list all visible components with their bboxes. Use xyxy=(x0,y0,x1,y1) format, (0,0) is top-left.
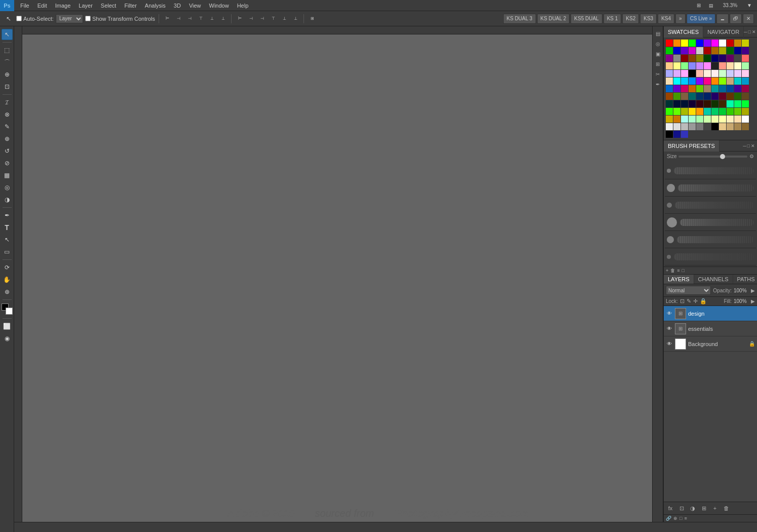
brush-presets-minimize[interactable]: ─ xyxy=(743,143,746,148)
color-swatch[interactable] xyxy=(681,108,688,115)
color-swatch[interactable] xyxy=(742,62,749,69)
path-selection-tool[interactable]: ↖ xyxy=(2,234,13,245)
color-swatch[interactable] xyxy=(689,70,696,77)
color-swatch[interactable] xyxy=(704,62,711,69)
color-swatch[interactable] xyxy=(704,108,711,115)
opacity-arrow-btn[interactable]: ▶ xyxy=(751,288,755,293)
screen-mode-btn[interactable]: ▤ xyxy=(705,0,716,11)
eraser-tool[interactable]: ⊘ xyxy=(2,158,13,169)
quick-select-tool[interactable]: ⊕ xyxy=(2,69,13,80)
align-middle-v-btn[interactable]: ⊥ xyxy=(207,14,216,23)
crop-tool[interactable]: ⊡ xyxy=(2,81,13,92)
auto-align-layers-btn[interactable]: ⊞ xyxy=(308,14,317,23)
brush-presets-tab[interactable]: BRUSH PRESETS xyxy=(664,140,720,151)
menu-edit[interactable]: Edit xyxy=(33,0,51,11)
color-swatch[interactable] xyxy=(704,116,711,123)
brush-presets-maximize[interactable]: □ xyxy=(747,143,750,148)
color-swatch[interactable] xyxy=(673,62,680,69)
color-swatch[interactable] xyxy=(696,108,703,115)
color-swatch[interactable] xyxy=(666,78,673,85)
layer-visibility-icon[interactable]: 👁 xyxy=(666,325,673,332)
close-btn[interactable]: ✕ xyxy=(743,14,754,24)
color-swatch[interactable] xyxy=(704,40,711,47)
color-swatch[interactable] xyxy=(704,100,711,107)
color-swatch[interactable] xyxy=(673,108,680,115)
color-swatch[interactable] xyxy=(689,108,696,115)
color-swatch[interactable] xyxy=(681,55,688,62)
color-swatch[interactable] xyxy=(711,47,718,54)
background-color[interactable] xyxy=(6,308,13,315)
distribute-left-btn[interactable]: ⊢ xyxy=(235,14,244,23)
brush-preset-item[interactable] xyxy=(665,162,756,179)
color-swatch[interactable] xyxy=(719,70,726,77)
screen-mode-toggle[interactable]: ⬜ xyxy=(2,321,13,332)
color-swatch[interactable] xyxy=(734,108,741,115)
workspace-ks1-tab[interactable]: KS 1 xyxy=(603,14,622,24)
align-bottom-btn[interactable]: ⊥ xyxy=(218,14,228,23)
color-swatch[interactable] xyxy=(711,70,718,77)
color-swatch[interactable] xyxy=(742,70,749,77)
maximize-btn[interactable]: 🗗 xyxy=(730,14,742,24)
brush-presets-arrange-btn[interactable]: ≡ xyxy=(677,268,679,273)
color-swatch[interactable] xyxy=(704,70,711,77)
layer-visibility-icon[interactable]: 👁 xyxy=(666,340,673,348)
color-swatch[interactable] xyxy=(689,116,696,123)
healing-brush-tool[interactable]: ⊗ xyxy=(2,109,13,120)
color-swatch[interactable] xyxy=(711,78,718,85)
brush-presets-delete-btn[interactable]: 🗑 xyxy=(670,268,675,273)
menu-file[interactable]: File xyxy=(16,0,33,11)
menu-3d[interactable]: 3D xyxy=(170,0,185,11)
auto-select-checkbox[interactable] xyxy=(16,16,22,21)
lock-position-btn[interactable]: ✛ xyxy=(693,298,698,305)
menu-filter[interactable]: Filter xyxy=(120,0,140,11)
brush-preset-item[interactable] xyxy=(665,214,756,231)
distribute-right-btn[interactable]: ⊣ xyxy=(257,14,267,23)
zoom-tool[interactable]: ⊕ xyxy=(2,286,13,297)
color-swatch[interactable] xyxy=(727,100,734,107)
color-swatch[interactable] xyxy=(673,55,680,62)
channels-tab[interactable]: CHANNELS xyxy=(694,275,733,284)
color-swatch[interactable] xyxy=(696,55,703,62)
color-swatch[interactable] xyxy=(696,116,703,123)
distribute-bottom-btn[interactable]: ⊥ xyxy=(291,14,300,23)
color-swatch[interactable] xyxy=(742,123,749,130)
color-swatch[interactable] xyxy=(734,78,741,85)
color-swatch[interactable] xyxy=(673,123,680,130)
brush-presets-menu-btn[interactable]: ⚙ xyxy=(749,154,754,159)
distribute-middle-v-btn[interactable]: ⊥ xyxy=(280,14,289,23)
distribute-center-h-btn[interactable]: ⊣ xyxy=(246,14,255,23)
gradient-tool[interactable]: ▦ xyxy=(2,170,13,181)
color-swatch[interactable] xyxy=(727,78,734,85)
color-swatch[interactable] xyxy=(734,93,741,100)
color-swatch[interactable] xyxy=(673,70,680,77)
color-swatch[interactable] xyxy=(719,55,726,62)
brush-size-slider[interactable] xyxy=(678,156,747,158)
auto-select-type-select[interactable]: Layer Group xyxy=(56,14,83,23)
menu-help[interactable]: Help xyxy=(233,0,253,11)
color-swatch[interactable] xyxy=(734,116,741,123)
panel-5-toggle[interactable]: ✂ xyxy=(653,69,662,79)
color-swatch[interactable] xyxy=(704,85,711,92)
history-brush-tool[interactable]: ↺ xyxy=(2,145,13,157)
workspace-more-btn[interactable]: » xyxy=(675,14,686,24)
color-swatch[interactable] xyxy=(666,93,673,100)
layer-item[interactable]: 👁⊞essentials xyxy=(664,321,757,336)
color-swatch[interactable] xyxy=(727,70,734,77)
color-swatch[interactable] xyxy=(689,78,696,85)
align-right-btn[interactable]: ⊣ xyxy=(185,14,194,23)
color-swatch[interactable] xyxy=(666,100,673,107)
color-swatch[interactable] xyxy=(704,78,711,85)
workspace-ks5dual-tab[interactable]: KS5 DUAL xyxy=(571,14,602,24)
arrange-windows-btn[interactable]: ⊞ xyxy=(693,0,704,11)
color-swatch[interactable] xyxy=(704,47,711,54)
color-swatch[interactable] xyxy=(742,93,749,100)
color-swatch[interactable] xyxy=(673,47,680,54)
color-swatch[interactable] xyxy=(696,47,703,54)
lock-transparent-btn[interactable]: ⊡ xyxy=(680,298,685,305)
color-swatch[interactable] xyxy=(689,40,696,47)
color-swatch[interactable] xyxy=(681,131,688,138)
move-tool[interactable]: ↖ xyxy=(2,29,13,40)
color-swatch[interactable] xyxy=(696,40,703,47)
swatches-panel-maximize[interactable]: □ xyxy=(748,29,750,34)
color-swatch[interactable] xyxy=(727,55,734,62)
